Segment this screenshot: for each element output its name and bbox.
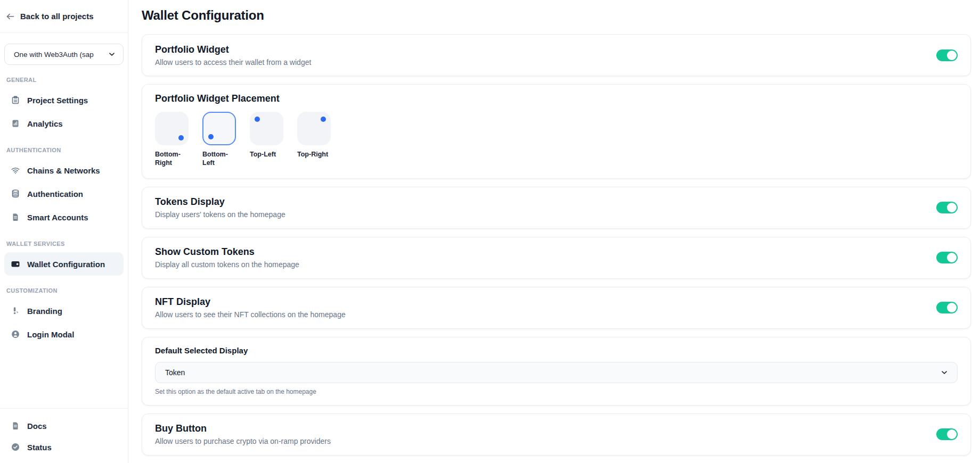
placement-label: Bottom-Right xyxy=(155,150,190,168)
card-show-custom-tokens: Show Custom Tokens Display all custom to… xyxy=(142,237,971,279)
back-to-projects-label: Back to all projects xyxy=(20,12,94,21)
check-circle-icon xyxy=(11,442,20,452)
sidebar-item-smart-accounts[interactable]: Smart Accounts xyxy=(4,205,124,229)
sidebar-item-label: Analytics xyxy=(27,119,63,128)
document-icon xyxy=(11,212,20,222)
placement-tile-bottom-right[interactable] xyxy=(155,112,189,145)
sidebar-item-branding[interactable]: Branding xyxy=(4,299,124,323)
document-icon xyxy=(11,421,20,431)
wallet-icon xyxy=(11,259,20,269)
card-default-selected-display: Default Selected Display Token Set this … xyxy=(142,337,971,406)
portfolio-widget-toggle[interactable] xyxy=(936,49,958,61)
clipboard-icon xyxy=(11,95,20,105)
database-icon xyxy=(11,189,20,199)
brush-icon xyxy=(11,306,20,316)
page-title: Wallet Configuration xyxy=(142,8,971,23)
nft-display-toggle[interactable] xyxy=(936,302,958,313)
card-text: Buy Button Allow users to purchase crypt… xyxy=(155,423,331,445)
card-text: Portfolio Widget Allow users to access t… xyxy=(155,44,311,67)
card-title: Portfolio Widget Placement xyxy=(155,93,958,104)
placement-label: Bottom-Left xyxy=(202,150,238,168)
sidebar-footer: Docs Status xyxy=(0,408,128,463)
chevron-down-icon xyxy=(940,368,949,377)
sidebar-item-label: Docs xyxy=(27,421,47,431)
placement-option-top-right: Top-Right xyxy=(297,112,332,168)
placement-option-bottom-left: Bottom-Left xyxy=(202,112,238,168)
sidebar-item-label: Chains & Networks xyxy=(27,166,100,175)
section-label-general: GENERAL xyxy=(6,77,121,83)
placement-dot xyxy=(255,117,260,122)
back-arrow-icon xyxy=(5,12,15,21)
section-label-authentication: AUTHENTICATION xyxy=(6,147,121,153)
sidebar-nav: GENERAL Project Settings Analytics AUTHE… xyxy=(0,65,128,346)
card-text: Tokens Display Display users' tokens on … xyxy=(155,196,285,219)
sidebar-item-wallet-configuration[interactable]: Wallet Configuration xyxy=(4,252,124,276)
sidebar-item-chains-networks[interactable]: Chains & Networks xyxy=(4,159,124,182)
sidebar-item-analytics[interactable]: Analytics xyxy=(4,112,124,135)
project-selector-value: One with Web3Auth (sap xyxy=(14,51,94,59)
sidebar-item-authentication[interactable]: Authentication xyxy=(4,182,124,205)
placement-option-bottom-right: Bottom-Right xyxy=(155,112,190,168)
card-description: Display users' tokens on the homepage xyxy=(155,210,285,219)
tokens-display-toggle[interactable] xyxy=(936,202,958,213)
placement-tile-top-right[interactable] xyxy=(297,112,331,145)
card-description: Allow users to access their wallet from … xyxy=(155,58,311,67)
default-display-select-value: Token xyxy=(165,368,185,377)
sidebar-item-label: Authentication xyxy=(27,189,83,199)
sidebar-item-login-modal[interactable]: Login Modal xyxy=(4,323,124,346)
card-description: Display all custom tokens on the homepag… xyxy=(155,260,299,269)
card-description: Allow users to purchase crypto via on-ra… xyxy=(155,437,331,445)
card-title: Default Selected Display xyxy=(155,346,958,355)
sidebar-item-project-settings[interactable]: Project Settings xyxy=(4,88,124,112)
card-title: Portfolio Widget xyxy=(155,44,311,55)
card-title: Show Custom Tokens xyxy=(155,246,299,258)
placement-tile-top-left[interactable] xyxy=(250,112,283,145)
sidebar-item-docs[interactable]: Docs xyxy=(4,415,124,436)
wifi-icon xyxy=(11,166,20,175)
card-nft-display: NFT Display Allow users to see their NFT… xyxy=(142,287,971,329)
placement-tile-bottom-left[interactable] xyxy=(202,112,236,145)
main-content: Wallet Configuration Portfolio Widget Al… xyxy=(128,0,980,463)
sidebar-item-label: Project Settings xyxy=(27,96,88,105)
card-text: NFT Display Allow users to see their NFT… xyxy=(155,296,346,319)
card-portfolio-widget-placement: Portfolio Widget Placement Bottom-Right … xyxy=(142,84,971,179)
back-to-projects-link[interactable]: Back to all projects xyxy=(0,0,128,33)
placement-label: Top-Left xyxy=(250,150,285,159)
toggle-knob xyxy=(947,253,957,262)
card-portfolio-widget: Portfolio Widget Allow users to access t… xyxy=(142,34,971,76)
card-text: Show Custom Tokens Display all custom to… xyxy=(155,246,299,269)
project-selector-dropdown[interactable]: One with Web3Auth (sap xyxy=(4,44,124,65)
section-label-wallet-services: WALLET SERVICES xyxy=(6,241,121,247)
card-title: Buy Button xyxy=(155,423,331,434)
toggle-knob xyxy=(947,429,957,439)
section-label-customization: CUSTOMIZATION xyxy=(6,287,121,294)
default-display-select[interactable]: Token xyxy=(155,362,958,383)
toggle-knob xyxy=(947,51,957,60)
placement-option-top-left: Top-Left xyxy=(250,112,285,168)
card-tokens-display: Tokens Display Display users' tokens on … xyxy=(142,187,971,229)
show-custom-tokens-toggle[interactable] xyxy=(936,252,958,263)
card-title: Tokens Display xyxy=(155,196,285,208)
sidebar: Back to all projects One with Web3Auth (… xyxy=(0,0,128,463)
sidebar-item-status[interactable]: Status xyxy=(4,436,124,458)
placement-dot xyxy=(208,134,214,139)
analytics-icon xyxy=(11,119,20,128)
placement-label: Top-Right xyxy=(297,150,332,159)
buy-button-toggle[interactable] xyxy=(936,428,958,440)
sidebar-item-label: Wallet Configuration xyxy=(27,260,105,269)
user-icon xyxy=(11,329,20,339)
chevron-down-icon xyxy=(108,50,116,59)
toggle-knob xyxy=(947,203,957,212)
toggle-knob xyxy=(947,303,957,312)
placement-dot xyxy=(178,135,184,140)
sidebar-item-label: Status xyxy=(27,443,52,452)
sidebar-item-label: Branding xyxy=(27,307,62,316)
placement-dot xyxy=(321,117,326,122)
card-title: NFT Display xyxy=(155,296,346,308)
sidebar-item-label: Login Modal xyxy=(27,330,74,339)
placement-options: Bottom-Right Bottom-Left Top-Left Top-Ri… xyxy=(155,112,958,168)
select-helper-text: Set this option as the default active ta… xyxy=(155,388,958,395)
card-buy-button: Buy Button Allow users to purchase crypt… xyxy=(142,414,971,456)
card-description: Allow users to see their NFT collections… xyxy=(155,310,346,319)
sidebar-item-label: Smart Accounts xyxy=(27,213,88,222)
